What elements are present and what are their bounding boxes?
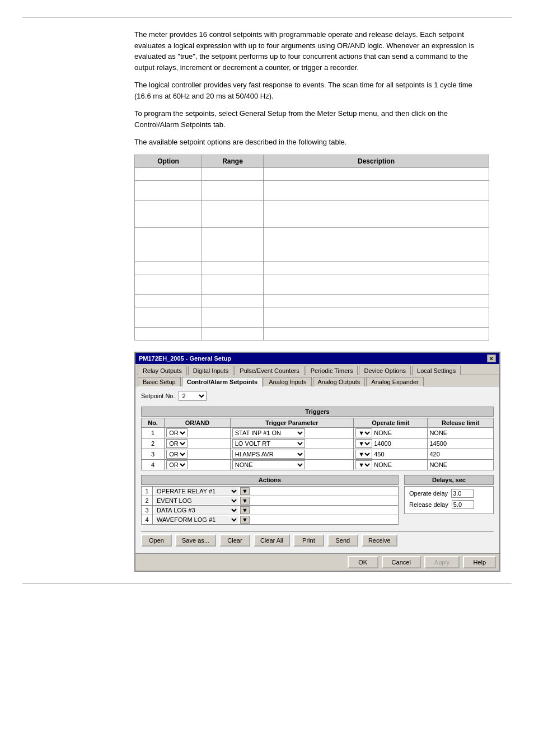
th-release-limit: Release limit bbox=[428, 418, 494, 427]
orand-select[interactable]: OR AND bbox=[166, 460, 188, 469]
action-select-cell[interactable]: EVENT LOG ▼ bbox=[153, 496, 399, 505]
tab-relay-outputs[interactable]: Relay Outputs bbox=[138, 366, 187, 375]
trigger-param[interactable]: NONE bbox=[230, 459, 353, 470]
trigger-row: 3 OR AND HI AMPS AVR ▼ 450 420 bbox=[142, 449, 494, 459]
trigger-orand[interactable]: OR AND bbox=[165, 449, 231, 459]
param-select[interactable]: STAT INP #1 ON bbox=[232, 428, 305, 437]
action-select[interactable]: DATA LOG #3 bbox=[154, 506, 238, 514]
action-dropdown-btn[interactable]: ▼ bbox=[240, 497, 250, 505]
clear-all-button[interactable]: Clear All bbox=[254, 534, 290, 547]
action-dropdown-btn[interactable]: ▼ bbox=[240, 516, 250, 524]
tab-periodic-timers[interactable]: Periodic Timers bbox=[306, 366, 358, 375]
actions-header: Actions bbox=[141, 475, 399, 485]
help-button[interactable]: Help bbox=[463, 556, 496, 568]
tab-digital-inputs[interactable]: Digital Inputs bbox=[188, 366, 234, 375]
trigger-release: NONE bbox=[428, 427, 494, 438]
trigger-no: 3 bbox=[142, 449, 165, 459]
setpoint-select[interactable]: 2 bbox=[179, 391, 207, 401]
top-rule bbox=[22, 17, 512, 18]
open-button[interactable]: Open bbox=[141, 534, 172, 547]
trigger-release: 420 bbox=[428, 449, 494, 459]
trigger-orand[interactable]: OR AND bbox=[165, 427, 231, 438]
col-option: Option bbox=[135, 155, 202, 167]
trigger-param[interactable]: STAT INP #1 ON bbox=[230, 427, 353, 438]
save-as-button[interactable]: Save as... bbox=[175, 534, 216, 547]
tab-local-settings[interactable]: Local Settings bbox=[412, 366, 461, 375]
tab-analog-inputs[interactable]: Analog Inputs bbox=[264, 377, 311, 386]
action-no: 3 bbox=[142, 505, 153, 515]
col-description: Description bbox=[264, 155, 489, 167]
apply-button[interactable]: Apply bbox=[424, 556, 460, 568]
action-select-cell[interactable]: WAVEFORM LOG #1 ▼ bbox=[153, 515, 399, 524]
param-select[interactable]: HI AMPS AVR bbox=[232, 450, 305, 459]
trigger-param[interactable]: HI AMPS AVR bbox=[230, 449, 353, 459]
operate-delay-label: Operate delay bbox=[409, 490, 448, 497]
trigger-operate: ▼ NONE bbox=[354, 427, 428, 438]
dialog-title: PM172EH_2005 - General Setup bbox=[139, 355, 231, 362]
description-table-area: Option Range Description bbox=[134, 155, 489, 340]
trigger-no: 1 bbox=[142, 427, 165, 438]
trigger-row: 4 OR AND NONE ▼ NONE NONE bbox=[142, 459, 494, 470]
operate-select[interactable]: ▼ bbox=[355, 460, 372, 469]
tab-device-options[interactable]: Device Options bbox=[359, 366, 411, 375]
cancel-button[interactable]: Cancel bbox=[382, 556, 421, 568]
actions-delays-row: Actions 1 OPERATE RELAY #1 ▼ 2 EVENT LOG… bbox=[141, 475, 494, 525]
param-select[interactable]: LO VOLT RT bbox=[232, 439, 305, 448]
action-select-cell[interactable]: OPERATE RELAY #1 ▼ bbox=[153, 486, 399, 496]
print-button[interactable]: Print bbox=[293, 534, 324, 547]
table-row bbox=[135, 180, 489, 200]
orand-select[interactable]: OR AND bbox=[166, 450, 188, 459]
operate-delay-input[interactable] bbox=[451, 489, 474, 498]
paragraph-2: The logical controller provides very fas… bbox=[134, 80, 489, 101]
dialog-container: PM172EH_2005 - General Setup × Relay Out… bbox=[134, 352, 500, 572]
th-trigger-param: Trigger Parameter bbox=[230, 418, 353, 427]
orand-select[interactable]: OR AND bbox=[166, 439, 188, 448]
th-operate-limit: Operate limit bbox=[354, 418, 428, 427]
action-select[interactable]: EVENT LOG bbox=[154, 497, 238, 505]
table-row bbox=[135, 294, 489, 307]
operate-select[interactable]: ▼ bbox=[355, 428, 372, 437]
operate-select[interactable]: ▼ bbox=[355, 450, 372, 459]
setpoint-row: Setpoint No. 2 bbox=[141, 391, 494, 401]
send-button[interactable]: Send bbox=[327, 534, 358, 547]
param-select[interactable]: NONE bbox=[232, 460, 305, 469]
table-row bbox=[135, 307, 489, 327]
operate-delay-row: Operate delay bbox=[409, 489, 489, 498]
tab-pulse-event-counters[interactable]: Pulse/Event Counters bbox=[235, 366, 304, 375]
clear-button[interactable]: Clear bbox=[219, 534, 250, 547]
tab-control-alarm-setpoints[interactable]: Control/Alarm Setpoints bbox=[182, 377, 263, 386]
bottom-rule bbox=[22, 583, 512, 584]
ok-button[interactable]: OK bbox=[348, 556, 378, 568]
dialog-body: Setpoint No. 2 Triggers No. OR/AND Trigg… bbox=[135, 386, 499, 553]
tab-analog-outputs[interactable]: Analog Outputs bbox=[313, 377, 366, 386]
action-row: 2 EVENT LOG ▼ bbox=[142, 496, 399, 505]
action-select-cell[interactable]: DATA LOG #3 ▼ bbox=[153, 505, 399, 515]
tab-basic-setup[interactable]: Basic Setup bbox=[138, 377, 181, 386]
table-row bbox=[135, 227, 489, 261]
action-dropdown-btn[interactable]: ▼ bbox=[240, 506, 250, 514]
trigger-param[interactable]: LO VOLT RT bbox=[230, 438, 353, 449]
receive-button[interactable]: Receive bbox=[362, 534, 397, 547]
orand-select[interactable]: OR AND bbox=[166, 428, 188, 437]
tabs-row-2: Basic Setup Control/Alarm Setpoints Anal… bbox=[135, 375, 499, 386]
action-select[interactable]: WAVEFORM LOG #1 bbox=[154, 516, 238, 524]
dialog-buttons-row: Open Save as... Clear Clear All Print Se… bbox=[141, 531, 494, 549]
delays-header: Delays, sec bbox=[404, 475, 494, 485]
actions-section: Actions 1 OPERATE RELAY #1 ▼ 2 EVENT LOG… bbox=[141, 475, 399, 525]
action-row: 1 OPERATE RELAY #1 ▼ bbox=[142, 486, 399, 496]
trigger-orand[interactable]: OR AND bbox=[165, 438, 231, 449]
action-dropdown-btn[interactable]: ▼ bbox=[240, 487, 250, 495]
release-delay-row: Release delay bbox=[409, 500, 489, 509]
operate-select[interactable]: ▼ bbox=[355, 439, 372, 448]
trigger-no: 4 bbox=[142, 459, 165, 470]
action-select[interactable]: OPERATE RELAY #1 bbox=[154, 487, 238, 495]
tab-analog-expander[interactable]: Analog Expander bbox=[366, 377, 423, 386]
release-delay-input[interactable] bbox=[452, 500, 474, 509]
trigger-release: 14500 bbox=[428, 438, 494, 449]
trigger-no: 2 bbox=[142, 438, 165, 449]
close-button[interactable]: × bbox=[487, 354, 496, 362]
trigger-release: NONE bbox=[428, 459, 494, 470]
trigger-operate: ▼ NONE bbox=[354, 459, 428, 470]
triggers-table: No. OR/AND Trigger Parameter Operate lim… bbox=[141, 418, 494, 470]
trigger-orand[interactable]: OR AND bbox=[165, 459, 231, 470]
